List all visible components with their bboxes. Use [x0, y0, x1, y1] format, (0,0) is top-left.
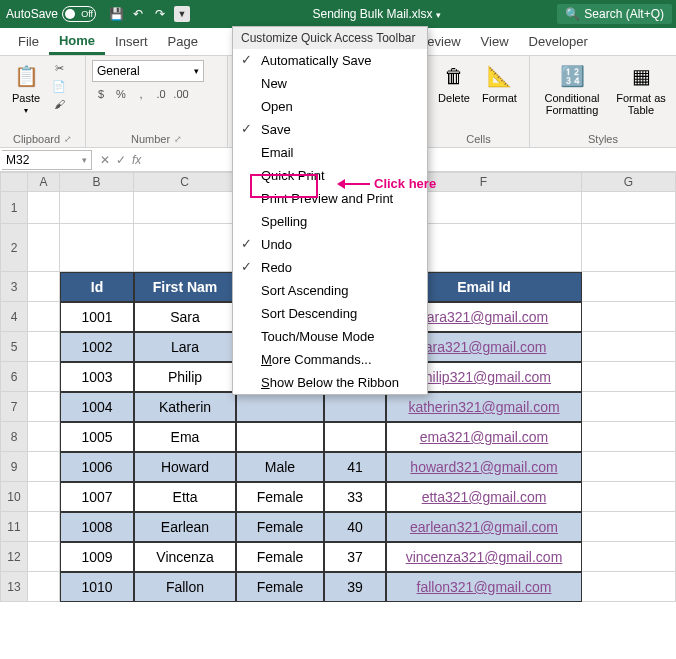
format-painter-icon[interactable]: 🖌 [50, 96, 68, 112]
cell-id[interactable]: 1004 [60, 392, 134, 422]
row-header[interactable]: 8 [0, 422, 28, 452]
cell-first[interactable]: Sara [134, 302, 236, 332]
qat-dropdown-icon[interactable]: ▼ [174, 6, 190, 22]
format-table-button[interactable]: ▦ Format as Table [612, 60, 670, 118]
toggle-switch[interactable]: Off [62, 6, 96, 22]
cell-first[interactable]: Vincenza [134, 542, 236, 572]
cell-id[interactable]: 1008 [60, 512, 134, 542]
cell-gender[interactable]: Female [236, 512, 324, 542]
title-chevron-icon[interactable]: ▾ [436, 10, 441, 20]
cell-first[interactable]: Philip [134, 362, 236, 392]
save-icon[interactable]: 💾 [108, 6, 124, 22]
cell-id[interactable]: 1007 [60, 482, 134, 512]
number-format-select[interactable]: General ▾ [92, 60, 204, 82]
col-header[interactable]: A [28, 172, 60, 192]
cell-id[interactable]: 1010 [60, 572, 134, 602]
cell-email[interactable]: katherin321@gmail.com [386, 392, 582, 422]
search-box[interactable]: 🔍 Search (Alt+Q) [557, 4, 672, 24]
row-header[interactable]: 5 [0, 332, 28, 362]
name-box[interactable]: M32 ▾ [2, 150, 92, 170]
qat-menu-item[interactable]: More Commands... [233, 348, 427, 371]
cell-id[interactable]: 1009 [60, 542, 134, 572]
cut-icon[interactable]: ✂ [50, 60, 68, 76]
row-header[interactable]: 3 [0, 272, 28, 302]
cell-age[interactable]: 40 [324, 512, 386, 542]
paste-button[interactable]: 📋 Paste ▾ [6, 60, 46, 117]
col-header[interactable]: C [134, 172, 236, 192]
qat-menu-item[interactable]: Sort Descending [233, 302, 427, 325]
select-all-corner[interactable] [0, 172, 28, 192]
decrease-decimal-icon[interactable]: .00 [172, 86, 190, 102]
cell-email[interactable]: etta321@gmail.com [386, 482, 582, 512]
row-header[interactable]: 11 [0, 512, 28, 542]
qat-menu-item[interactable]: Spelling [233, 210, 427, 233]
row-header[interactable]: 2 [0, 224, 28, 272]
cell-age[interactable] [324, 422, 386, 452]
col-header[interactable]: B [60, 172, 134, 192]
cell-email[interactable]: ema321@gmail.com [386, 422, 582, 452]
launcher-icon[interactable]: ⤢ [174, 134, 182, 144]
cell-gender[interactable]: Male [236, 452, 324, 482]
tab-developer[interactable]: Developer [519, 28, 598, 55]
tab-view[interactable]: View [471, 28, 519, 55]
tab-home[interactable]: Home [49, 28, 105, 55]
cell-first[interactable]: Katherin [134, 392, 236, 422]
launcher-icon[interactable]: ⤢ [64, 134, 72, 144]
row-header[interactable]: 10 [0, 482, 28, 512]
cell-first[interactable]: Etta [134, 482, 236, 512]
format-button[interactable]: 📐 Format [478, 60, 521, 106]
cell-first[interactable]: Lara [134, 332, 236, 362]
qat-menu-item[interactable]: Touch/Mouse Mode [233, 325, 427, 348]
cell-email[interactable]: vincenza321@gmail.com [386, 542, 582, 572]
qat-menu-item[interactable]: ✓Undo [233, 233, 427, 256]
cell-gender[interactable]: Female [236, 572, 324, 602]
tab-page[interactable]: Page [158, 28, 208, 55]
cell-id[interactable]: 1003 [60, 362, 134, 392]
row-header[interactable]: 1 [0, 192, 28, 224]
increase-decimal-icon[interactable]: .0 [152, 86, 170, 102]
qat-menu-item[interactable]: New [233, 72, 427, 95]
tab-file[interactable]: File [8, 28, 49, 55]
qat-menu-item[interactable]: Show Below the Ribbon [233, 371, 427, 394]
cell-id[interactable]: 1005 [60, 422, 134, 452]
cell-email[interactable]: howard321@gmail.com [386, 452, 582, 482]
cell-gender[interactable]: Female [236, 542, 324, 572]
col-header[interactable]: G [582, 172, 676, 192]
conditional-formatting-button[interactable]: 🔢 Conditional Formatting [536, 60, 608, 118]
cell-email[interactable]: earlean321@gmail.com [386, 512, 582, 542]
cell-id[interactable]: 1001 [60, 302, 134, 332]
delete-button[interactable]: 🗑 Delete [434, 60, 474, 106]
copy-icon[interactable]: 📄 [50, 78, 68, 94]
row-header[interactable]: 12 [0, 542, 28, 572]
cell-email[interactable]: fallon321@gmail.com [386, 572, 582, 602]
enter-icon[interactable]: ✓ [116, 153, 126, 167]
row-header[interactable]: 6 [0, 362, 28, 392]
cell-id[interactable]: 1006 [60, 452, 134, 482]
qat-menu-item[interactable]: ✓Save [233, 118, 427, 141]
comma-icon[interactable]: , [132, 86, 150, 102]
cell-gender[interactable] [236, 422, 324, 452]
cell-first[interactable]: Earlean [134, 512, 236, 542]
cell-first[interactable]: Ema [134, 422, 236, 452]
cell-age[interactable]: 39 [324, 572, 386, 602]
row-header[interactable]: 13 [0, 572, 28, 602]
row-header[interactable]: 4 [0, 302, 28, 332]
cell-gender[interactable] [236, 392, 324, 422]
cell-age[interactable]: 41 [324, 452, 386, 482]
fx-icon[interactable]: fx [132, 153, 141, 167]
row-header[interactable]: 7 [0, 392, 28, 422]
cell-first[interactable]: Howard [134, 452, 236, 482]
qat-menu-item[interactable]: Email [233, 141, 427, 164]
undo-icon[interactable]: ↶ [130, 6, 146, 22]
redo-icon[interactable]: ↷ [152, 6, 168, 22]
row-header[interactable]: 9 [0, 452, 28, 482]
tab-insert[interactable]: Insert [105, 28, 158, 55]
cell-gender[interactable]: Female [236, 482, 324, 512]
autosave-toggle[interactable]: AutoSave Off [0, 6, 102, 22]
cell-id[interactable]: 1002 [60, 332, 134, 362]
cell-age[interactable] [324, 392, 386, 422]
cell-first[interactable]: Fallon [134, 572, 236, 602]
qat-menu-item[interactable]: Open [233, 95, 427, 118]
percent-icon[interactable]: % [112, 86, 130, 102]
cell-age[interactable]: 37 [324, 542, 386, 572]
